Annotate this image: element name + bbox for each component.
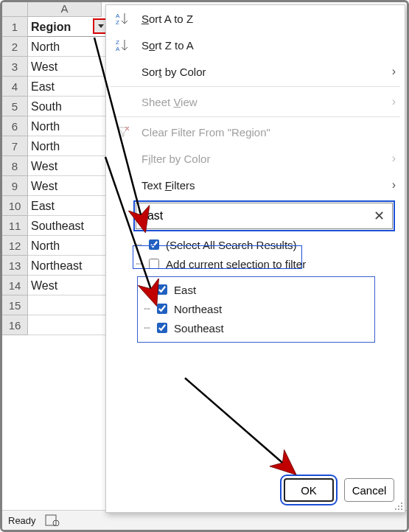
checkbox[interactable] [149, 259, 159, 269]
tree-marker: ⋯ [136, 257, 141, 270]
row-number[interactable]: 5 [2, 97, 28, 116]
row-number[interactable]: 7 [2, 136, 28, 156]
menu-text-filters[interactable]: Text Filters › [106, 172, 405, 198]
table-row: 15 [2, 295, 108, 315]
menu-label: Sort Z to A [141, 39, 396, 52]
status-bar: Ready [2, 510, 407, 530]
search-input[interactable] [141, 203, 371, 228]
svg-rect-1 [46, 515, 56, 525]
cell[interactable]: North [28, 236, 108, 256]
check-label: Southeast [174, 322, 224, 335]
cell[interactable]: North [28, 37, 108, 57]
menu-sort-by-color[interactable]: Sort by Color › [106, 58, 405, 85]
checkbox[interactable] [149, 239, 159, 250]
checkbox[interactable] [157, 323, 167, 333]
row-number[interactable]: 2 [2, 37, 28, 57]
chevron-right-icon: › [392, 152, 396, 165]
menu-sort-za[interactable]: ZA Sort Z to A [106, 32, 405, 58]
row-number[interactable]: 16 [2, 315, 28, 335]
menu-label: Clear Filter From "Region" [141, 126, 396, 139]
row-number[interactable]: 15 [2, 295, 28, 315]
cell[interactable]: North [28, 136, 108, 156]
menu-label: Sort A to Z [141, 13, 396, 25]
svg-point-14 [401, 505, 402, 507]
matched-items-box: ⋯ East ⋯ Northeast ⋯ Southeast [137, 276, 375, 343]
row-number[interactable]: 1 [2, 17, 28, 37]
check-label: Add current selection to filter [166, 258, 306, 270]
table-row: 12North [2, 236, 108, 256]
cell[interactable]: West [28, 276, 108, 295]
check-item[interactable]: ⋯ Northeast [144, 299, 368, 318]
check-label: (Select All Search Results) [166, 239, 297, 251]
table-row: 4East [2, 77, 108, 97]
spacer-icon [115, 94, 131, 110]
menu-sort-az[interactable]: AZ Sort A to Z [106, 5, 405, 32]
cell[interactable]: Southeast [28, 216, 108, 236]
chevron-right-icon: › [392, 178, 396, 192]
cell[interactable]: North [28, 116, 108, 136]
cell[interactable]: East [28, 196, 108, 216]
spacer-icon [115, 63, 131, 80]
menu-label: Sort by Color [141, 66, 382, 78]
ok-button[interactable]: OK [284, 478, 334, 502]
column-header-row: A [2, 2, 102, 17]
menu-clear-filter: Clear Filter From "Region" [106, 119, 405, 145]
clear-filter-icon [115, 124, 131, 140]
row-number[interactable]: 6 [2, 116, 28, 136]
svg-marker-0 [98, 24, 104, 28]
table-row: 9West [2, 176, 108, 196]
checkbox[interactable] [157, 284, 167, 295]
cell[interactable]: South [28, 97, 108, 116]
checkbox[interactable] [157, 304, 167, 314]
svg-point-15 [395, 508, 396, 510]
menu-sheet-view: Sheet View › [106, 88, 405, 115]
row-number[interactable]: 4 [2, 77, 28, 97]
row-number[interactable]: 12 [2, 236, 28, 256]
check-select-all-results[interactable]: ⋯ (Select All Search Results) [136, 235, 375, 254]
column-header-a[interactable]: A [28, 2, 102, 17]
menu-label: Sheet View [141, 96, 382, 108]
row-number[interactable]: 11 [2, 216, 28, 236]
filter-results-list: ⋯ (Select All Search Results) ⋯ Add curr… [136, 235, 375, 343]
tree-marker: ⋯ [144, 302, 150, 315]
row-number[interactable]: 14 [2, 276, 28, 295]
svg-point-16 [398, 508, 399, 510]
macro-recorder-icon[interactable] [45, 514, 60, 526]
row-number[interactable]: 3 [2, 57, 28, 77]
row-number[interactable]: 13 [2, 256, 28, 276]
menu-separator [111, 86, 400, 87]
sort-az-icon: AZ [115, 10, 131, 27]
table-row: 14West [2, 276, 108, 295]
cell[interactable]: East [28, 77, 108, 97]
cell[interactable]: West [28, 176, 108, 196]
tree-marker: ⋯ [144, 283, 150, 296]
cell-a1[interactable]: Region [28, 17, 108, 37]
check-add-current-selection[interactable]: ⋯ Add current selection to filter [136, 254, 375, 273]
cell[interactable] [28, 315, 108, 335]
table-row: 3West [2, 57, 108, 77]
resize-grip-icon[interactable] [394, 502, 403, 511]
svg-point-12 [401, 503, 402, 504]
cell[interactable]: Northeast [28, 256, 108, 276]
cell[interactable]: West [28, 57, 108, 77]
table-row: 5South [2, 97, 108, 116]
cancel-button[interactable]: Cancel [344, 478, 394, 502]
table-row: 2North [2, 37, 108, 57]
menu-label: Filter by Color [141, 153, 382, 165]
svg-text:Z: Z [116, 19, 119, 25]
cell[interactable] [28, 295, 108, 315]
table-row: 7North [2, 136, 108, 156]
search-box[interactable]: ✕ [136, 203, 393, 229]
autofilter-dropdown: AZ Sort A to Z ZA Sort Z to A Sort by Co… [105, 4, 405, 513]
check-label: East [174, 284, 196, 296]
row-number[interactable]: 10 [2, 196, 28, 216]
table-row: 6North [2, 116, 108, 136]
svg-text:A: A [116, 13, 120, 19]
row-number[interactable]: 9 [2, 176, 28, 196]
select-all-corner[interactable] [2, 2, 28, 17]
row-number[interactable]: 8 [2, 156, 28, 176]
check-item[interactable]: ⋯ East [144, 280, 368, 299]
check-item[interactable]: ⋯ Southeast [144, 318, 368, 337]
clear-search-icon[interactable]: ✕ [371, 208, 388, 224]
cell[interactable]: West [28, 156, 108, 176]
